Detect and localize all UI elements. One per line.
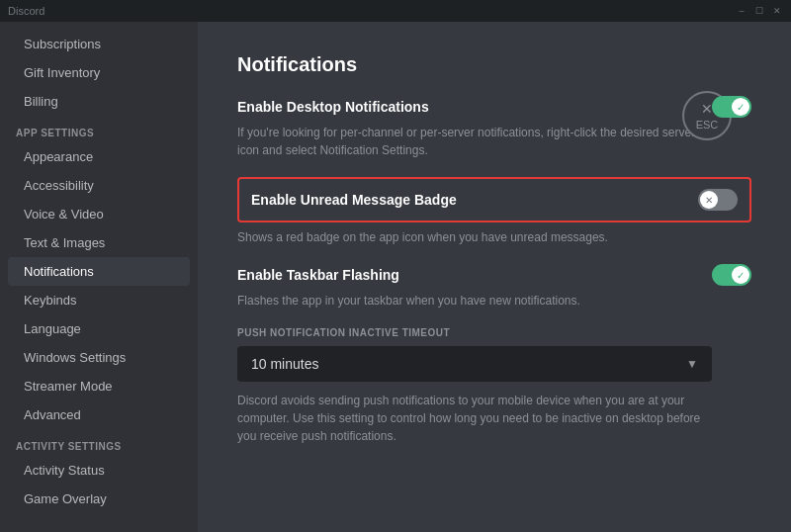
push-timeout-dropdown[interactable]: 10 minutes ▼ [237,346,712,382]
page-title: Notifications [237,53,751,76]
minimize-button[interactable]: – [736,5,747,17]
sidebar-item-language[interactable]: Language [8,314,190,343]
taskbar-flashing-row: Enable Taskbar Flashing ✓ [237,264,751,286]
toggle-knob-taskbar: ✓ [732,266,749,284]
sidebar-item-appearance[interactable]: Appearance [8,142,190,171]
sidebar-item-streamer-mode[interactable]: Streamer Mode [8,372,190,400]
title-bar-controls: – ☐ ✕ [736,5,783,17]
sidebar-item-advanced[interactable]: Advanced [8,400,190,429]
maximize-button[interactable]: ☐ [753,5,765,17]
content-area: ✕ ESC Notifications Enable Desktop Notif… [198,22,791,532]
sidebar-item-text-images[interactable]: Text & Images [8,228,190,257]
unread-badge-toggle[interactable]: ✕ [698,189,738,211]
toggle-x-icon: ✕ [705,195,713,206]
activity-settings-label: ACTIVITY SETTINGS [0,429,198,456]
dropdown-value: 10 minutes [251,356,318,372]
sidebar-item-activity-status[interactable]: Activity Status [8,456,190,485]
close-button[interactable]: ✕ [771,5,783,17]
sidebar-item-voice-video[interactable]: Voice & Video [8,200,190,228]
push-description: Discord avoids sending push notification… [237,392,712,445]
sidebar-item-windows-settings[interactable]: Windows Settings [8,343,190,372]
toggle-knob-desktop: ✓ [732,98,749,116]
push-section-label: PUSH NOTIFICATION INACTIVE TIMEOUT [237,327,751,338]
app-body: Subscriptions Gift Inventory Billing APP… [0,22,791,532]
app-settings-label: APP SETTINGS [0,116,198,142]
sidebar-item-accessibility[interactable]: Accessibility [8,171,190,200]
taskbar-flashing-label: Enable Taskbar Flashing [237,267,399,283]
taskbar-flashing-description: Flashes the app in your taskbar when you… [237,292,712,310]
sidebar-item-subscriptions[interactable]: Subscriptions [8,30,190,58]
sidebar-item-keybinds[interactable]: Keybinds [8,286,190,314]
toggle-knob-unread: ✕ [700,191,718,209]
desktop-notifications-description: If you're looking for per-channel or per… [237,124,712,159]
taskbar-flashing-toggle[interactable]: ✓ [712,264,751,286]
toggle-check-taskbar-icon: ✓ [737,270,745,281]
sidebar-item-gift-inventory[interactable]: Gift Inventory [8,58,190,87]
sidebar-item-billing[interactable]: Billing [8,87,190,116]
sidebar: Subscriptions Gift Inventory Billing APP… [0,22,198,532]
toggle-check-icon: ✓ [737,102,745,113]
content-wrapper: ✕ ESC Notifications Enable Desktop Notif… [237,53,751,445]
unread-badge-description: Shows a red badge on the app icon when y… [237,228,712,246]
desktop-notifications-label: Enable Desktop Notifications [237,99,429,115]
desktop-notifications-toggle[interactable]: ✓ [712,96,751,118]
desktop-notifications-row: Enable Desktop Notifications ✓ [237,96,751,118]
dropdown-arrow-icon: ▼ [686,357,698,371]
sidebar-item-notifications[interactable]: Notifications [8,257,190,286]
unread-badge-label: Enable Unread Message Badge [251,192,457,208]
title-bar: Discord – ☐ ✕ [0,0,791,22]
sidebar-item-game-overlay[interactable]: Game Overlay [8,485,190,513]
esc-label: ESC [696,119,719,131]
unread-badge-highlighted-row: Enable Unread Message Badge ✕ [237,177,751,222]
title-bar-title: Discord [8,5,44,17]
